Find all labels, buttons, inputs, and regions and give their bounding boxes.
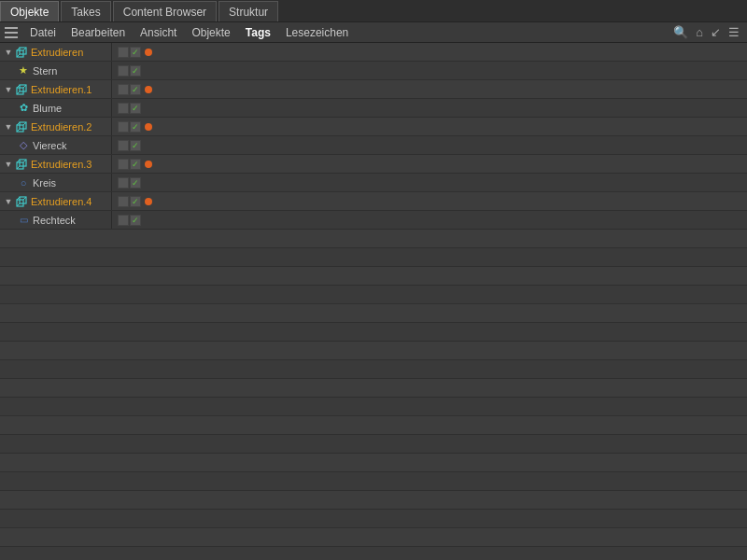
menu-right-icons: 🔍 ⌂ ↙ ☰ xyxy=(669,23,743,41)
menu-objekte[interactable]: Objekte xyxy=(184,24,237,41)
tag-checkbox-1[interactable] xyxy=(118,177,129,189)
svg-rect-2 xyxy=(5,36,18,38)
tag-dot xyxy=(145,161,152,168)
obj-cell[interactable]: ✿ Blume xyxy=(0,99,112,117)
expand-extrudieren[interactable]: ▼ xyxy=(4,48,13,57)
obj-cell[interactable]: ★ Stern xyxy=(0,62,112,79)
tag-cell xyxy=(112,155,747,173)
obj-name-extrudieren3: Extrudieren.3 xyxy=(31,159,92,170)
obj-cell[interactable]: ◇ Viereck xyxy=(0,136,112,154)
menu-bearbeiten[interactable]: Bearbeiten xyxy=(63,24,133,41)
tag-checkbox-1[interactable] xyxy=(118,121,129,133)
tag-cell xyxy=(112,211,747,229)
tag-dot xyxy=(145,198,152,205)
obj-name-stern: Stern xyxy=(33,65,57,77)
tag-checkbox-2[interactable] xyxy=(130,47,141,58)
tab-takes[interactable]: Takes xyxy=(61,1,110,21)
tag-checkbox-2[interactable] xyxy=(130,65,141,77)
tag-cell xyxy=(112,174,747,191)
search-icon[interactable]: 🔍 xyxy=(669,23,692,41)
expand-extrudieren1[interactable]: ▼ xyxy=(4,85,13,94)
tag-checkbox-1[interactable] xyxy=(118,140,129,151)
menu-tags[interactable]: Tags xyxy=(238,24,278,41)
tag-cell xyxy=(112,43,747,61)
extrude2-icon xyxy=(15,120,28,133)
obj-name-kreis: Kreis xyxy=(33,177,56,189)
tag-cell xyxy=(112,136,747,154)
circle-icon: ○ xyxy=(17,176,30,189)
tag-checkbox-1[interactable] xyxy=(118,215,129,226)
table-row: ★ Stern xyxy=(0,62,747,80)
empty-row xyxy=(0,547,747,560)
empty-row xyxy=(0,267,747,286)
star-icon: ★ xyxy=(17,64,30,77)
menu-bar: Datei Bearbeiten Ansicht Objekte Tags Le… xyxy=(0,22,747,43)
hamburger-icon[interactable] xyxy=(4,25,19,40)
obj-cell[interactable]: ▭ Rechteck xyxy=(0,211,112,229)
table-row: ▼ Extrudieren.1 xyxy=(0,80,747,99)
obj-cell[interactable]: ○ Kreis xyxy=(0,174,112,191)
tag-checkbox-2[interactable] xyxy=(130,84,141,95)
tag-checkbox-1[interactable] xyxy=(118,47,129,58)
tag-checkbox-1[interactable] xyxy=(118,196,129,207)
menu-datei[interactable]: Datei xyxy=(22,24,63,41)
table-row: ✿ Blume xyxy=(0,99,747,118)
tag-dot xyxy=(145,49,152,56)
object-list: ▼ Extrudieren xyxy=(0,43,747,560)
tag-cell xyxy=(112,118,747,135)
tab-content-browser[interactable]: Content Browser xyxy=(113,1,217,21)
menu-ansicht[interactable]: Ansicht xyxy=(133,24,184,41)
obj-cell[interactable]: ▼ Extrudieren.3 xyxy=(0,155,112,173)
empty-row xyxy=(0,510,747,528)
empty-row xyxy=(0,398,747,416)
expand-extrudieren2[interactable]: ▼ xyxy=(4,122,13,132)
empty-row xyxy=(0,286,747,304)
tag-checkbox-1[interactable] xyxy=(118,159,129,170)
obj-name-blume: Blume xyxy=(33,103,62,114)
empty-row xyxy=(0,491,747,510)
home-icon[interactable]: ⌂ xyxy=(692,23,707,41)
expand-extrudieren3[interactable]: ▼ xyxy=(4,160,13,169)
obj-cell[interactable]: ▼ Extrudieren.1 xyxy=(0,80,112,98)
obj-name-extrudieren: Extrudieren xyxy=(31,47,83,58)
obj-cell[interactable]: ▼ Extrudieren.4 xyxy=(0,192,112,210)
obj-cell[interactable]: ▼ Extrudieren xyxy=(0,43,112,61)
table-row: ▼ Extrudieren.3 xyxy=(0,155,747,174)
tab-objekte[interactable]: Objekte xyxy=(0,1,59,21)
table-row: ▼ Extrudieren xyxy=(0,43,747,62)
tag-checkbox-2[interactable] xyxy=(130,140,141,151)
obj-name-extrudieren4: Extrudieren.4 xyxy=(31,196,92,207)
tab-struktur[interactable]: Struktur xyxy=(218,1,278,21)
tag-checkbox-1[interactable] xyxy=(118,65,129,77)
extrude-icon xyxy=(15,46,28,59)
empty-row xyxy=(0,454,747,472)
tag-checkbox-2[interactable] xyxy=(130,121,141,133)
extrude1-icon xyxy=(15,83,28,96)
settings-icon[interactable]: ☰ xyxy=(725,23,743,41)
empty-row xyxy=(0,230,747,248)
tag-checkbox-1[interactable] xyxy=(118,84,129,95)
tag-checkbox-2[interactable] xyxy=(130,159,141,170)
empty-row xyxy=(0,472,747,491)
expand-extrudieren4[interactable]: ▼ xyxy=(4,197,13,206)
rect-icon: ▭ xyxy=(17,214,30,227)
tag-cell xyxy=(112,80,747,98)
tag-checkbox-2[interactable] xyxy=(130,215,141,226)
tag-checkbox-1[interactable] xyxy=(118,103,129,114)
tag-checkbox-2[interactable] xyxy=(130,196,141,207)
table-row: ◇ Viereck xyxy=(0,136,747,155)
menu-lesezeichen[interactable]: Lesezeichen xyxy=(278,24,356,41)
main-area: ▼ Extrudieren xyxy=(0,43,747,560)
obj-name-extrudieren1: Extrudieren.1 xyxy=(31,84,92,95)
obj-cell[interactable]: ▼ Extrudieren.2 xyxy=(0,118,112,135)
tag-checkbox-2[interactable] xyxy=(130,103,141,114)
arrow-icon[interactable]: ↙ xyxy=(707,23,725,41)
tag-checkbox-2[interactable] xyxy=(130,177,141,189)
obj-name-rechteck: Rechteck xyxy=(33,215,76,226)
extrude4-icon xyxy=(15,195,28,208)
empty-row xyxy=(0,435,747,454)
empty-row xyxy=(0,528,747,547)
table-row: ○ Kreis xyxy=(0,174,747,192)
empty-row xyxy=(0,304,747,323)
diamond-icon: ◇ xyxy=(17,139,30,152)
